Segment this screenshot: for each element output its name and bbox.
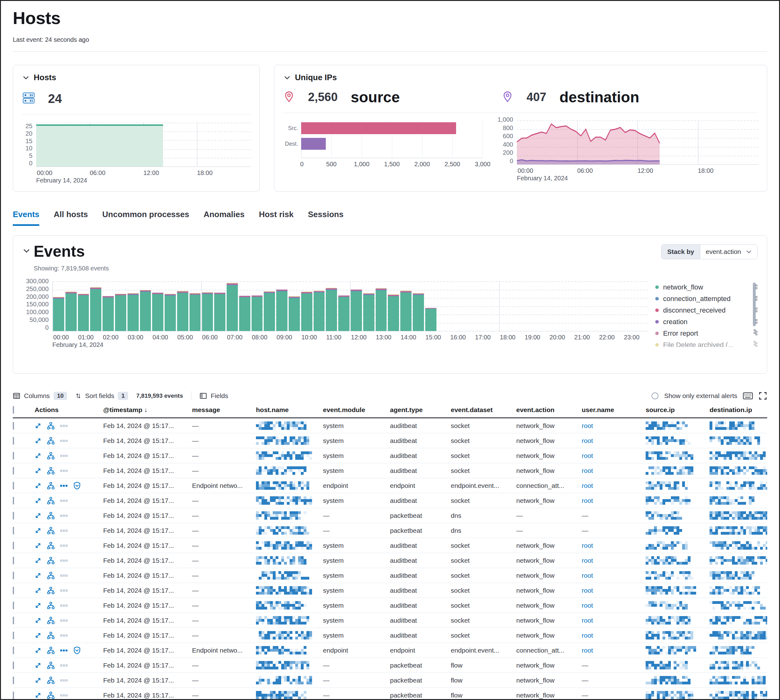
endpoint-alert-button[interactable] <box>73 482 81 490</box>
event-module-cell[interactable]: system <box>323 497 390 504</box>
hosts-chart-plot[interactable] <box>36 123 251 167</box>
message-cell[interactable]: Endpoint netwo... <box>192 482 256 490</box>
destination-ip-cell[interactable] <box>710 631 767 640</box>
expand-event-button[interactable] <box>35 437 42 444</box>
row-checkbox[interactable] <box>13 512 14 519</box>
source-ip-cell[interactable] <box>645 601 710 610</box>
expand-event-button[interactable] <box>35 542 42 549</box>
agent-type-cell[interactable]: endpoint <box>390 647 451 654</box>
histogram-bar[interactable] <box>190 293 201 331</box>
event-dataset-cell[interactable]: socket <box>451 467 516 475</box>
timestamp-cell[interactable]: Feb 14, 2024 @ 15:17... <box>103 422 192 430</box>
host-name-cell[interactable] <box>256 646 323 655</box>
event-action-cell[interactable]: network_flow <box>516 497 582 504</box>
histogram-bar[interactable] <box>103 296 114 331</box>
source-ip-cell[interactable] <box>645 452 710 460</box>
analyze-event-button[interactable] <box>47 527 55 534</box>
agent-type-cell[interactable]: auditbeat <box>390 602 451 609</box>
user-name-cell[interactable]: root <box>582 497 645 504</box>
tab-anomalies[interactable]: Anomalies <box>204 210 245 226</box>
timestamp-cell[interactable]: Feb 14, 2024 @ 15:17... <box>103 557 192 564</box>
analyze-event-button[interactable] <box>47 587 55 594</box>
event-action-cell[interactable]: network_flow <box>516 542 582 549</box>
user-name-link[interactable]: root <box>582 542 593 549</box>
event-action-cell[interactable]: network_flow <box>516 437 582 445</box>
event-dataset-cell[interactable]: flow <box>451 662 516 669</box>
timestamp-cell[interactable]: Feb 14, 2024 @ 15:17... <box>103 602 192 609</box>
column-header-eventaction[interactable]: event.action <box>516 406 582 413</box>
expand-event-button[interactable] <box>35 527 42 534</box>
agent-type-cell[interactable]: endpoint <box>390 482 451 490</box>
more-actions-button[interactable] <box>60 438 68 443</box>
event-dataset-cell[interactable]: endpoint.event... <box>451 482 516 490</box>
more-actions-button[interactable] <box>60 678 68 683</box>
legend-item-network-flow[interactable]: network_flow <box>655 282 758 293</box>
row-checkbox[interactable] <box>13 497 14 504</box>
user-name-cell[interactable]: — <box>582 662 645 669</box>
expand-event-button[interactable] <box>35 692 42 699</box>
histogram-bar[interactable] <box>388 295 399 331</box>
row-checkbox[interactable] <box>13 632 14 639</box>
user-name-cell[interactable]: root <box>582 647 645 654</box>
user-name-link[interactable]: root <box>582 422 593 429</box>
message-cell[interactable]: — <box>192 692 256 699</box>
event-action-cell[interactable]: network_flow <box>516 662 582 669</box>
timestamp-cell[interactable]: Feb 14, 2024 @ 15:17... <box>103 527 192 534</box>
event-module-cell[interactable]: endpoint <box>323 647 390 654</box>
event-action-cell[interactable]: — <box>516 512 582 519</box>
agent-type-cell[interactable]: auditbeat <box>390 437 451 445</box>
legend-item-file-delete-archived-[interactable]: File Delete archived (... <box>655 339 758 347</box>
agent-type-cell[interactable]: packetbeat <box>390 677 451 684</box>
show-external-alerts-checkbox[interactable] <box>652 392 659 399</box>
event-action-cell[interactable]: network_flow <box>516 692 582 699</box>
message-cell[interactable]: — <box>192 617 256 624</box>
source-ip-cell[interactable] <box>645 616 710 625</box>
unique-ips-area-chart[interactable]: 1,000800600400200000:0006:0012:0018:00Fe… <box>499 120 758 182</box>
user-name-cell[interactable]: root <box>582 617 645 624</box>
host-name-cell[interactable] <box>256 661 323 670</box>
fields-button[interactable]: Fields <box>200 392 228 400</box>
user-name-link[interactable]: root <box>582 452 593 459</box>
timestamp-cell[interactable]: Feb 14, 2024 @ 15:17... <box>103 482 192 490</box>
user-name-link[interactable]: root <box>582 602 593 609</box>
host-name-cell[interactable] <box>256 631 323 640</box>
histogram-bar[interactable] <box>202 292 213 331</box>
legend-item-actions-icon[interactable] <box>753 329 758 338</box>
more-actions-button[interactable] <box>60 498 68 503</box>
histogram-bar[interactable] <box>376 288 387 331</box>
analyze-event-button[interactable] <box>47 692 55 699</box>
analyze-event-button[interactable] <box>47 512 55 519</box>
histogram-bar[interactable] <box>177 291 188 331</box>
more-actions-button[interactable] <box>60 483 68 488</box>
event-action-cell[interactable]: network_flow <box>516 632 582 639</box>
row-checkbox[interactable] <box>13 527 14 534</box>
event-module-cell[interactable]: endpoint <box>323 482 390 490</box>
source-ip-cell[interactable] <box>645 631 710 640</box>
row-checkbox[interactable] <box>13 482 14 490</box>
host-name-cell[interactable] <box>256 422 323 430</box>
destination-ip-cell[interactable] <box>710 571 767 580</box>
event-dataset-cell[interactable]: socket <box>451 587 516 594</box>
message-cell[interactable]: — <box>192 527 256 534</box>
analyze-event-button[interactable] <box>47 422 55 430</box>
host-name-cell[interactable] <box>256 601 323 610</box>
expand-event-button[interactable] <box>35 512 42 519</box>
event-module-cell[interactable]: system <box>323 587 390 594</box>
event-module-cell[interactable]: system <box>323 422 390 430</box>
source-ip-cell[interactable] <box>645 437 710 445</box>
unique-ips-bar-chart[interactable]: Src.Dest.05001,0001,5002,0002,5003,000 <box>283 120 482 182</box>
message-cell[interactable]: — <box>192 602 256 609</box>
analyze-event-button[interactable] <box>47 677 55 684</box>
destination-ip-cell[interactable] <box>710 646 767 655</box>
event-module-cell[interactable]: system <box>323 467 390 475</box>
column-header-hostname[interactable]: host.name <box>256 406 323 413</box>
histogram-bar[interactable] <box>276 289 288 331</box>
histogram-bar[interactable] <box>425 308 436 331</box>
more-actions-button[interactable] <box>60 588 68 593</box>
more-actions-button[interactable] <box>60 633 68 638</box>
host-name-cell[interactable] <box>256 452 323 460</box>
analyze-event-button[interactable] <box>47 632 55 639</box>
user-name-link[interactable]: root <box>582 467 593 474</box>
analyze-event-button[interactable] <box>47 647 55 654</box>
column-header-username[interactable]: user.name <box>582 406 645 413</box>
